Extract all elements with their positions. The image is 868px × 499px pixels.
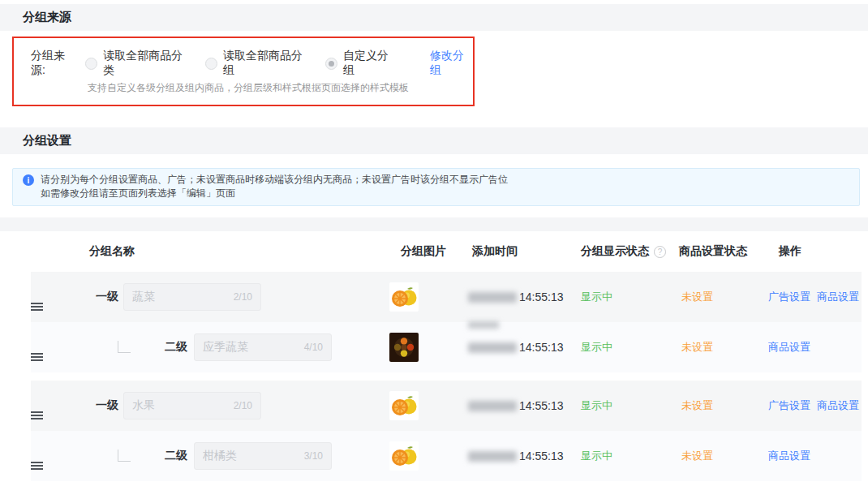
header-product-status: 商品设置状态 [677,244,767,259]
time-cell: 14:55:13 [462,399,576,412]
char-counter: 2/10 [234,400,252,411]
level-label: 一级 [96,290,118,304]
row-actions: 商品设置 [767,449,862,463]
redacted-date-blur-secondary [468,321,499,329]
drag-handle-icon[interactable] [31,353,89,355]
add-time-value: 14:55:13 [519,450,564,462]
row-action-link[interactable]: 广告设置 [768,290,810,304]
char-counter: 2/10 [234,291,252,303]
row-action-link[interactable]: 广告设置 [768,398,810,413]
display-status-badge: 显示中 [581,449,612,463]
question-circle-icon[interactable]: ? [654,246,666,258]
annotation-box: 分组来源: 读取全部商品分类 读取全部商品分组 自定义分组 修改分组 支持自定义… [12,37,475,106]
radio-label[interactable]: 读取全部商品分组 [223,49,308,78]
display-status-badge: 显示中 [581,340,612,355]
display-status-badge: 显示中 [581,290,612,304]
header-display-status-text: 分组显示状态 [581,244,649,259]
table-row: 二级 应季蔬菜 4/10 [31,322,862,372]
product-status-badge: 未设置 [681,341,713,353]
indent-connector-icon [118,450,131,462]
product-status-cell: 未设置 [677,398,767,413]
header-group-name: 分组名称 [89,244,389,259]
row-action-link[interactable]: 商品设置 [817,398,859,413]
add-time-value: 14:55:13 [519,341,564,354]
header-actions: 操作 [767,244,868,259]
group-name-value: 应季蔬菜 [203,340,299,355]
group-name-value: 水果 [132,398,229,413]
group-image-dark-fruits [389,333,419,362]
info-alert: i 请分别为每个分组设置商品、广告；未设置商品时移动端该分组内无商品；未设置广告… [12,168,860,206]
group-image-oranges [389,282,419,312]
group-source-hint: 支持自定义各级分组及组内商品，分组层级和样式根据页面选择的样式模板 [88,81,473,95]
handle-cell [31,398,89,413]
table-row: 一级 水果 2/10 [31,381,862,431]
row-action-link[interactable]: 商品设置 [768,449,810,463]
group-name-input[interactable]: 柑橘类 3/10 [194,442,332,470]
group-name-input[interactable]: 蔬菜 2/10 [123,283,261,311]
name-cell: 一级 水果 2/10 [89,392,389,419]
radio-custom-group[interactable]: 自定义分组 [325,49,396,78]
drag-handle-icon[interactable] [31,411,89,413]
redacted-date-blur [468,342,517,353]
radio-label[interactable]: 自定义分组 [343,49,396,78]
image-cell [389,333,462,362]
info-alert-line1: 请分别为每个分组设置商品、广告；未设置商品时移动端该分组内无商品；未设置广告时该… [41,173,508,187]
handle-cell [31,449,89,463]
group-source-radio-group: 读取全部商品分类 读取全部商品分组 自定义分组 修改分组 [85,49,473,78]
time-cell: 14:55:13 [462,290,576,303]
indent-connector-icon [118,341,131,353]
add-time-value: 14:55:13 [519,290,564,303]
level-label: 二级 [165,449,187,463]
image-cell [389,391,462,420]
table-body: 一级 蔬菜 2/10 [0,272,868,481]
name-cell: 二级 应季蔬菜 4/10 [89,333,389,361]
row-action-link[interactable]: 商品设置 [768,340,810,355]
handle-cell [31,340,89,355]
product-status-cell: 未设置 [677,449,767,463]
info-alert-text: 请分别为每个分组设置商品、广告；未设置商品时移动端该分组内无商品；未设置广告时该… [41,173,508,200]
product-status-badge: 未设置 [681,399,713,411]
group-source-field: 分组来源: 读取全部商品分类 读取全部商品分组 自定义分组 修改分组 [31,54,473,72]
level-label: 一级 [96,398,118,413]
row-action-link[interactable]: 商品设置 [817,290,859,304]
add-time-value: 14:55:13 [519,399,564,412]
name-cell: 二级 柑橘类 3/10 [89,442,389,470]
header-display-status: 分组显示状态 ? [576,244,677,259]
edit-group-link[interactable]: 修改分组 [430,49,473,78]
image-cell [389,282,462,312]
display-status-cell: 显示中 [576,449,677,463]
drag-handle-icon[interactable] [31,462,89,463]
header-group-image: 分组图片 [389,244,462,259]
section-separator [0,217,868,231]
char-counter: 3/10 [304,450,323,462]
group-name-input[interactable]: 应季蔬菜 4/10 [194,333,332,361]
group-block: 一级 水果 2/10 [31,381,862,481]
info-alert-line2: 如需修改分组请至页面列表选择「编辑」页面 [41,187,508,200]
table-header: 分组名称 分组图片 添加时间 分组显示状态 ? 商品设置状态 操作 [0,231,868,272]
display-status-cell: 显示中 [576,290,677,304]
redacted-date-blur [468,401,517,411]
radio-read-all-groups[interactable]: 读取全部商品分组 [205,49,308,78]
image-cell [389,441,462,471]
radio-label[interactable]: 读取全部商品分类 [103,49,188,78]
redacted-date-blur [468,451,517,462]
redacted-date-blur [468,292,517,303]
table-row: 一级 蔬菜 2/10 [31,272,862,322]
time-cell: 14:55:13 [462,450,576,462]
row-actions: 广告设置商品设置 [767,398,862,413]
level-label: 二级 [165,340,187,355]
display-status-cell: 显示中 [576,340,677,355]
drag-handle-icon[interactable] [31,303,89,304]
row-actions: 广告设置商品设置 [767,290,862,304]
radio-read-all-categories[interactable]: 读取全部商品分类 [85,49,188,78]
radio-icon[interactable] [325,58,337,70]
group-name-input[interactable]: 水果 2/10 [123,392,261,419]
group-name-value: 蔬菜 [132,290,229,304]
section-title-group-source: 分组来源 [0,4,868,31]
product-status-cell: 未设置 [677,290,767,304]
group-image-oranges [389,391,419,420]
row-actions: 商品设置 [767,340,862,355]
product-status-badge: 未设置 [681,450,713,462]
radio-icon[interactable] [85,58,97,70]
radio-icon[interactable] [205,58,217,70]
